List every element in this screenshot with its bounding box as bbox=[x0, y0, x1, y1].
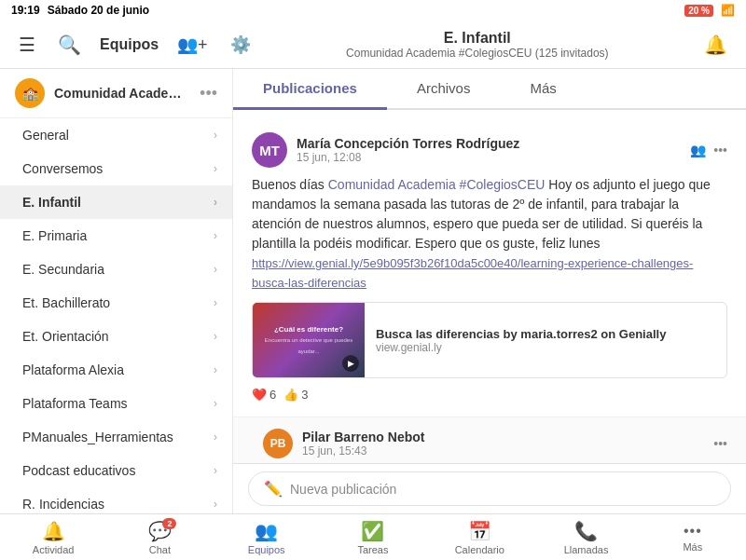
sidebar-item-et-bachillerato[interactable]: Et. Bachillerato › bbox=[0, 286, 232, 320]
sidebar-item-conversemos[interactable]: Conversemos › bbox=[0, 152, 232, 185]
sidebar-item-r-incidencias[interactable]: R. Incidencias › bbox=[0, 487, 232, 513]
add-team-button[interactable]: 👥+ bbox=[173, 31, 212, 59]
nav-calendario-label: Calendario bbox=[455, 544, 504, 555]
sidebar-item-plataforma-alexia[interactable]: Plataforma Alexia › bbox=[0, 353, 232, 387]
chat-badge: 2 bbox=[162, 518, 176, 529]
tab-mas[interactable]: Más bbox=[500, 69, 586, 110]
mas-nav-icon: ••• bbox=[684, 523, 702, 540]
chevron-icon: › bbox=[214, 296, 217, 309]
tareas-icon: ✅ bbox=[361, 520, 384, 542]
community-more-button[interactable]: ••• bbox=[200, 84, 217, 103]
nav-equipos[interactable]: 👥 Equipos bbox=[214, 514, 320, 560]
header: ☰ 🔍 Equipos 👥+ ⚙️ E. Infantil Comunidad … bbox=[0, 20, 746, 69]
compose-edit-icon: ✏️ bbox=[264, 480, 283, 498]
sidebar-item-plataforma-teams[interactable]: Plataforma Teams › bbox=[0, 387, 232, 420]
post-actions-1: 👥 ••• bbox=[690, 143, 727, 157]
reaction-thumbsup[interactable]: 👍 3 bbox=[283, 388, 308, 402]
date: Sábado 20 de junio bbox=[48, 4, 149, 17]
nav-chat[interactable]: 💬 Chat 2 bbox=[106, 514, 213, 560]
nav-mas[interactable]: ••• Más bbox=[640, 514, 746, 560]
nav-equipos-label: Equipos bbox=[248, 544, 285, 555]
post-date-1: 15 jun, 12:08 bbox=[297, 151, 681, 164]
chevron-icon: › bbox=[214, 430, 217, 444]
sidebar-item-e-primaria[interactable]: E. Primaria › bbox=[0, 219, 232, 253]
post-link-1[interactable]: https://view.genial.ly/5e9b095f3b26f10da… bbox=[252, 256, 693, 290]
reaction-heart[interactable]: ❤️ 6 bbox=[252, 388, 276, 402]
page-subtitle: Comunidad Academia #ColegiosCEU (125 inv… bbox=[346, 47, 608, 60]
nav-tareas[interactable]: ✅ Tareas bbox=[320, 514, 426, 560]
avatar-mt: MT bbox=[252, 132, 287, 168]
chevron-icon: › bbox=[214, 397, 217, 410]
chevron-icon: › bbox=[214, 498, 217, 511]
tabs-bar: Publicaciones Archivos Más bbox=[233, 69, 746, 110]
chevron-icon: › bbox=[214, 196, 217, 209]
tab-publicaciones[interactable]: Publicaciones bbox=[233, 69, 387, 110]
sidebar-item-pmanuales[interactable]: PManuales_Herramientas › bbox=[0, 420, 232, 454]
mention-text: Comunidad Academia #ColegiosCEU bbox=[328, 177, 546, 192]
chevron-icon: › bbox=[214, 129, 217, 142]
sidebar-item-podcast[interactable]: Podcast educativos › bbox=[0, 454, 232, 487]
nav-llamadas-label: Llamadas bbox=[564, 544, 609, 555]
chevron-icon: › bbox=[214, 162, 217, 175]
compose-bar: ✏️ Nueva publicación bbox=[233, 463, 746, 513]
search-button[interactable]: 🔍 bbox=[54, 30, 85, 60]
post-card-1: MT María Concepción Torres Rodríguez 15 … bbox=[233, 117, 746, 417]
post-body-1: Buenos días Comunidad Academia #Colegios… bbox=[252, 175, 727, 293]
nav-tareas-label: Tareas bbox=[357, 544, 388, 555]
post-author-1: María Concepción Torres Rodríguez bbox=[297, 136, 681, 151]
community-icon: 🏫 bbox=[15, 78, 45, 108]
sidebar-item-e-secundaria[interactable]: E. Secundaria › bbox=[0, 253, 232, 286]
sidebar: 🏫 Comunidad Academia #... ••• General › … bbox=[0, 69, 233, 513]
community-header[interactable]: 🏫 Comunidad Academia #... ••• bbox=[0, 69, 232, 118]
preview-domain: view.genial.ly bbox=[376, 341, 666, 354]
reply-more-button[interactable]: ••• bbox=[713, 436, 727, 451]
nav-chat-label: Chat bbox=[149, 544, 171, 555]
calendario-icon: 📅 bbox=[468, 520, 491, 542]
reply-card-1: PB Pilar Barreno Nebot 15 jun, 15:43 •••… bbox=[233, 417, 746, 463]
more-options-button[interactable]: ••• bbox=[713, 143, 727, 157]
wifi-icon: 📶 bbox=[721, 4, 735, 17]
post-header-1: MT María Concepción Torres Rodríguez 15 … bbox=[252, 132, 727, 168]
reply-author-1: Pilar Barreno Nebot bbox=[302, 430, 704, 444]
battery-icon: 20 % bbox=[684, 5, 713, 17]
post-preview-card[interactable]: ¿Cuál es diferente? Encuentra un detecti… bbox=[252, 302, 727, 378]
reactions-1: ❤️ 6 👍 3 bbox=[252, 388, 727, 402]
nav-actividad-label: Actividad bbox=[33, 544, 75, 555]
notifications-button[interactable]: 🔔 bbox=[700, 30, 731, 60]
chevron-icon: › bbox=[214, 464, 217, 477]
equipos-icon: 👥 bbox=[255, 520, 278, 542]
nav-calendario[interactable]: 📅 Calendario bbox=[426, 514, 532, 560]
sidebar-item-e-infantil[interactable]: E. Infantil › bbox=[0, 185, 232, 219]
react-icon[interactable]: 👥 bbox=[690, 143, 706, 157]
nav-mas-label: Más bbox=[683, 541, 702, 553]
llamadas-icon: 📞 bbox=[574, 520, 598, 542]
tab-archivos[interactable]: Archivos bbox=[387, 69, 501, 110]
preview-title: Busca las diferencias by maria.torres2 o… bbox=[376, 327, 666, 341]
posts-container: MT María Concepción Torres Rodríguez 15 … bbox=[233, 110, 746, 463]
page-title: E. Infantil bbox=[346, 30, 608, 47]
reply-actions-1: ••• bbox=[713, 436, 727, 451]
sidebar-item-general[interactable]: General › bbox=[0, 118, 232, 152]
reply-header-1: PB Pilar Barreno Nebot 15 jun, 15:43 ••• bbox=[263, 429, 727, 458]
nav-actividad[interactable]: 🔔 Actividad bbox=[0, 514, 106, 560]
status-bar: 19:19 Sábado 20 de junio 20 % 📶 bbox=[0, 0, 746, 20]
chevron-icon: › bbox=[214, 330, 217, 343]
compose-placeholder: Nueva publicación bbox=[290, 482, 396, 497]
content-area: Publicaciones Archivos Más MT María Conc… bbox=[233, 69, 746, 513]
bottom-nav: 🔔 Actividad 💬 Chat 2 👥 Equipos ✅ Tareas … bbox=[0, 513, 746, 560]
settings-button[interactable]: ⚙️ bbox=[227, 31, 255, 59]
sidebar-item-et-orientacion[interactable]: Et. Orientación › bbox=[0, 320, 232, 353]
reply-date-1: 15 jun, 15:43 bbox=[302, 444, 704, 458]
teams-label: Equipos bbox=[100, 36, 159, 53]
nav-llamadas[interactable]: 📞 Llamadas bbox=[532, 514, 639, 560]
time: 19:19 bbox=[11, 4, 40, 17]
chevron-icon: › bbox=[214, 363, 217, 376]
compose-input[interactable]: ✏️ Nueva publicación bbox=[248, 471, 731, 506]
preview-image: ¿Cuál es diferente? Encuentra un detecti… bbox=[253, 303, 365, 377]
avatar-pb: PB bbox=[263, 429, 293, 458]
play-button[interactable]: ▶ bbox=[342, 355, 359, 372]
hamburger-button[interactable]: ☰ bbox=[15, 30, 39, 60]
community-name: Comunidad Academia #... bbox=[54, 86, 190, 101]
chevron-icon: › bbox=[214, 263, 217, 276]
actividad-icon: 🔔 bbox=[42, 520, 65, 542]
